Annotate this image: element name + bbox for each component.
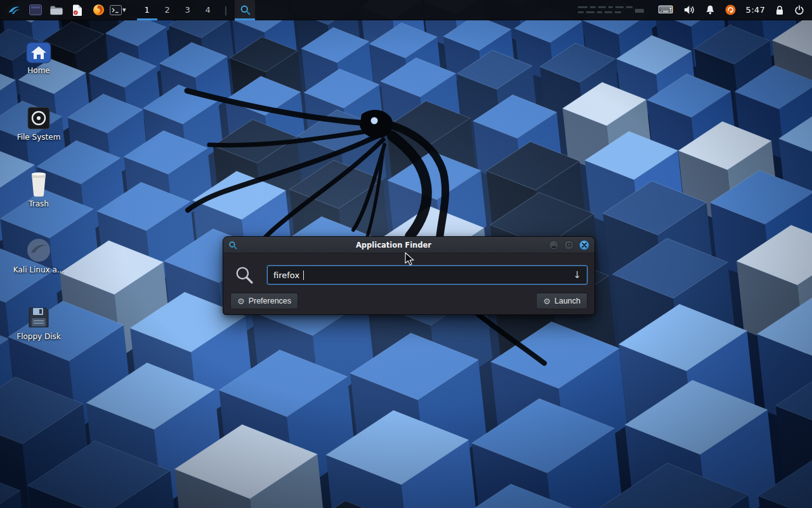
gear-icon: ⚙ bbox=[237, 297, 245, 305]
workspace-2[interactable]: 2 bbox=[157, 0, 178, 20]
window-search-icon bbox=[228, 241, 239, 250]
search-icon-large bbox=[230, 265, 258, 285]
desktop-root: ▾ 1 2 3 4 | bbox=[0, 0, 812, 508]
desktop-icon-list: Home File System Trash bbox=[11, 37, 67, 342]
panel-left: ▾ 1 2 3 4 | bbox=[5, 0, 255, 20]
screen-lock-icon[interactable] bbox=[775, 5, 784, 15]
home-folder-icon bbox=[26, 37, 51, 64]
text-editor-launcher[interactable] bbox=[68, 1, 87, 20]
desktop-icon-home[interactable]: Home bbox=[11, 37, 67, 76]
app-window-launcher[interactable] bbox=[26, 1, 45, 20]
text-caret bbox=[303, 271, 304, 280]
preferences-button-label: Preferences bbox=[249, 297, 291, 305]
application-finder-window: Application Finder bbox=[223, 236, 595, 315]
desktop-icon-label: Trash bbox=[29, 200, 49, 209]
desktop-icon-label: File System bbox=[17, 133, 61, 142]
clock[interactable]: 5:47 bbox=[746, 5, 765, 15]
app-window-icon bbox=[29, 4, 42, 15]
panel-right: ⌨ 5:47 bbox=[577, 0, 807, 20]
preferences-button[interactable]: ⚙ Preferences bbox=[230, 293, 298, 309]
file-manager-icon bbox=[50, 5, 63, 15]
power-icon[interactable] bbox=[794, 5, 804, 15]
desktop-icon-kali-linux[interactable]: Kali Linux a... bbox=[11, 236, 67, 275]
desktop-icon-file-system[interactable]: File System bbox=[11, 104, 67, 142]
chevron-down-icon[interactable]: ↓ bbox=[573, 271, 581, 280]
taskbar-application-finder[interactable] bbox=[235, 0, 255, 20]
workspace-switcher: 1 2 3 4 bbox=[137, 0, 218, 20]
kali-menu-button[interactable] bbox=[5, 1, 24, 20]
kali-logo-icon bbox=[8, 3, 22, 17]
volume-icon[interactable] bbox=[684, 5, 695, 15]
notifications-bell-icon[interactable] bbox=[705, 5, 715, 15]
workspace-3[interactable]: 3 bbox=[178, 0, 198, 20]
minimize-button[interactable] bbox=[549, 240, 559, 250]
workspace-1[interactable]: 1 bbox=[137, 0, 157, 20]
keyboard-icon[interactable]: ⌨ bbox=[658, 4, 674, 15]
launch-button-label: Launch bbox=[554, 297, 580, 305]
terminal-dropdown-icon[interactable]: ▾ bbox=[122, 6, 126, 13]
trash-icon bbox=[28, 170, 49, 197]
floppy-disk-icon bbox=[27, 303, 51, 330]
file-system-drive-icon bbox=[27, 104, 51, 130]
close-x-icon bbox=[582, 243, 587, 248]
launch-button[interactable]: ⚙ Launch bbox=[536, 293, 587, 309]
file-manager-launcher[interactable] bbox=[47, 1, 66, 20]
desktop-icon-label: Floppy Disk bbox=[16, 333, 61, 342]
panel-separator: | bbox=[225, 5, 228, 15]
terminal-launcher[interactable]: ▾ bbox=[110, 5, 126, 15]
text-editor-icon bbox=[72, 4, 82, 16]
window-title: Application Finder bbox=[239, 241, 549, 250]
mouse-cursor bbox=[404, 252, 417, 266]
search-input-value: firefox bbox=[273, 271, 299, 280]
maximize-button[interactable] bbox=[564, 240, 574, 250]
run-gear-icon: ⚙ bbox=[543, 297, 551, 305]
desktop-icon-floppy-disk[interactable]: Floppy Disk bbox=[11, 303, 67, 342]
firefox-launcher[interactable] bbox=[89, 1, 108, 20]
kali-docs-icon bbox=[26, 236, 51, 263]
top-panel: ▾ 1 2 3 4 | bbox=[0, 0, 812, 20]
firefox-icon bbox=[93, 4, 105, 16]
desktop-icon-label: Home bbox=[27, 67, 49, 76]
close-button[interactable] bbox=[579, 240, 589, 250]
desktop-icon-trash[interactable]: Trash bbox=[11, 170, 67, 209]
search-input[interactable]: firefox ↓ bbox=[267, 265, 587, 284]
titlebar[interactable]: Application Finder bbox=[223, 237, 594, 253]
status-update-icon[interactable] bbox=[725, 4, 736, 15]
desktop-icon-label: Kali Linux a... bbox=[13, 266, 64, 275]
terminal-icon bbox=[110, 5, 122, 15]
workspace-4[interactable]: 4 bbox=[198, 0, 218, 20]
search-icon bbox=[240, 4, 251, 15]
system-monitor-widget bbox=[577, 3, 648, 17]
